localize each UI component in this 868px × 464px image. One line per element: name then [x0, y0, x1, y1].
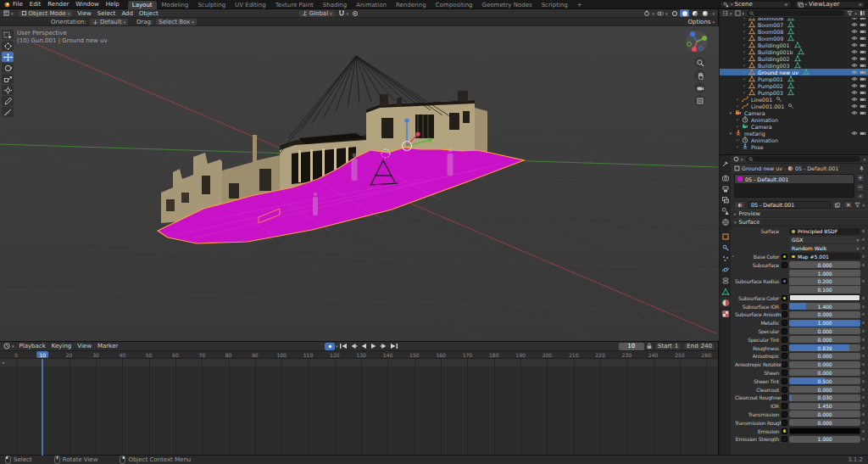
browse-material-button[interactable] — [734, 201, 746, 209]
hide-in-viewport-icon[interactable] — [851, 130, 858, 137]
properties-tab-render[interactable] — [720, 173, 731, 182]
disclosure-dot-icon[interactable]: • — [735, 124, 740, 129]
add-slot-button[interactable]: + — [856, 174, 865, 182]
outliner-item-camera-data[interactable]: •Camera — [720, 123, 868, 130]
preview-panel-header[interactable]: ▸ Preview — [731, 210, 868, 218]
shading-solid-icon[interactable] — [680, 9, 689, 17]
channel-expander-icon[interactable]: ▸ — [3, 360, 5, 365]
chevron-down-icon[interactable]: ▾ — [728, 110, 733, 115]
properties-tab-tool[interactable] — [720, 159, 731, 168]
show-gizmo-dropdown[interactable]: ▾ — [643, 10, 654, 17]
viewport-menu-select[interactable]: Select — [97, 10, 116, 17]
camera-view-icon[interactable] — [694, 82, 705, 93]
current-frame-marker[interactable]: 10 — [36, 351, 48, 358]
animate-dot-icon[interactable] — [860, 413, 866, 416]
workspace-tab-animation[interactable]: Animation — [352, 1, 391, 9]
outliner-item-boom008[interactable]: •Boom008 — [720, 28, 868, 35]
disable-in-renders-icon[interactable] — [860, 35, 866, 42]
slider-metallic[interactable]: 1.000 — [789, 320, 860, 327]
disable-in-renders-icon[interactable] — [860, 130, 866, 137]
disclosure-dot-icon[interactable]: • — [742, 22, 747, 27]
hide-in-viewport-icon[interactable] — [851, 55, 858, 62]
workspace-tab-scripting[interactable]: Scripting — [537, 1, 572, 9]
viewport-menu-object[interactable]: Object — [139, 10, 159, 17]
workspace-tab-rendering[interactable]: Rendering — [392, 1, 431, 9]
outliner-search-input[interactable] — [747, 10, 844, 16]
disclosure-dot-icon[interactable]: • — [735, 103, 740, 109]
disable-in-renders-icon[interactable] — [860, 75, 866, 82]
properties-tab-physics[interactable] — [720, 265, 731, 274]
animate-dot-icon[interactable] — [860, 389, 866, 391]
new-material-button[interactable] — [832, 201, 842, 209]
dropdown-ggx[interactable]: GGX▾ — [789, 237, 860, 243]
disable-in-renders-icon[interactable] — [860, 48, 866, 55]
workspace-tab-uv-editing[interactable]: UV Editing — [231, 1, 270, 9]
disable-in-renders-icon[interactable] — [860, 89, 866, 96]
properties-tab-modifiers[interactable] — [720, 243, 731, 252]
tool-measure-button[interactable] — [2, 107, 14, 117]
button-principled-bsdf[interactable]: Principled BSDF — [789, 228, 860, 235]
hide-in-viewport-icon[interactable] — [851, 103, 858, 109]
disclosure-dot-icon[interactable]: • — [735, 97, 740, 102]
properties-tab-object-data[interactable] — [720, 287, 731, 296]
value-emission-strength[interactable]: 1.000 — [789, 436, 860, 443]
auto-keying-button[interactable] — [325, 343, 335, 350]
outliner-item-pump002[interactable]: •Pump002 — [720, 82, 868, 89]
breadcrumb-object[interactable]: Ground new uv — [742, 165, 782, 171]
shading-material-preview-icon[interactable] — [690, 9, 699, 17]
shading-dropdown-icon[interactable]: ▾ — [712, 11, 715, 16]
outliner-item-building001b[interactable]: •Building001b — [720, 48, 868, 55]
animate-dot-icon[interactable] — [860, 422, 866, 424]
animate-dot-icon[interactable] — [860, 430, 866, 433]
prev-keyframe-button[interactable] — [349, 343, 359, 350]
properties-tab-output[interactable] — [720, 184, 731, 193]
workspace-tab-modeling[interactable]: Modeling — [158, 1, 193, 9]
mode-dropdown[interactable]: Object Mode ▾ — [19, 10, 73, 17]
animate-dot-icon[interactable] — [860, 255, 866, 258]
animate-dot-icon[interactable] — [860, 380, 866, 383]
properties-tab-scene[interactable] — [720, 206, 731, 215]
outliner-item-building003[interactable]: •Building003 — [720, 62, 868, 69]
disclosure-dot-icon[interactable]: • — [735, 137, 740, 143]
disable-in-renders-icon[interactable] — [860, 55, 866, 62]
slider-transmission[interactable]: 0.000 — [789, 411, 860, 417]
vector-component[interactable]: 0.100 — [789, 286, 860, 293]
animate-dot-icon[interactable] — [860, 264, 866, 266]
hide-in-viewport-icon[interactable] — [851, 109, 858, 116]
hide-in-viewport-icon[interactable] — [851, 35, 858, 42]
playhead[interactable] — [42, 359, 43, 456]
hide-in-viewport-icon[interactable] — [851, 89, 858, 96]
vector-component[interactable]: 1.000 — [789, 270, 860, 277]
viewport-menu-view[interactable]: View — [77, 10, 92, 17]
chevron-down-icon[interactable]: ▾ — [863, 157, 865, 162]
current-frame-field[interactable]: 10 — [619, 343, 644, 350]
disclosure-dot-icon[interactable]: • — [742, 29, 747, 34]
animate-dot-icon[interactable] — [860, 280, 866, 282]
editor-type-button[interactable]: ▾ — [3, 10, 14, 16]
pin-icon[interactable] — [859, 165, 865, 171]
tool-annotate-button[interactable] — [2, 96, 14, 106]
hide-in-viewport-icon[interactable] — [851, 82, 858, 89]
keying-dropdown-icon[interactable]: ▾ — [336, 344, 338, 349]
next-keyframe-button[interactable] — [380, 343, 389, 350]
menu-edit[interactable]: Edit — [30, 1, 42, 8]
animate-dot-icon[interactable] — [860, 396, 866, 399]
hide-in-viewport-icon[interactable] — [851, 75, 858, 82]
properties-tab-world[interactable] — [720, 217, 731, 226]
toggle-perspective-icon[interactable] — [694, 95, 705, 106]
shading-rendered-icon[interactable] — [700, 9, 709, 17]
properties-editor-icon[interactable]: ▾ — [733, 156, 743, 162]
animate-dot-icon[interactable] — [860, 321, 866, 324]
disable-in-renders-icon[interactable] — [860, 103, 866, 109]
disable-in-renders-icon[interactable] — [860, 69, 866, 75]
timeline-tracks[interactable]: ▸ — [0, 359, 718, 456]
chevron-down-icon[interactable]: ▾ — [728, 131, 733, 136]
play-button[interactable] — [370, 343, 379, 350]
disclosure-dot-icon[interactable]: • — [735, 117, 740, 122]
disclosure-dot-icon[interactable]: • — [742, 18, 747, 20]
animate-dot-icon[interactable] — [860, 230, 866, 232]
animate-dot-icon[interactable] — [860, 247, 866, 249]
remove-slot-button[interactable]: − — [856, 183, 865, 192]
properties-tab-material[interactable] — [720, 298, 731, 307]
dropdown-random-walk[interactable]: Random Walk▾ — [789, 244, 860, 251]
